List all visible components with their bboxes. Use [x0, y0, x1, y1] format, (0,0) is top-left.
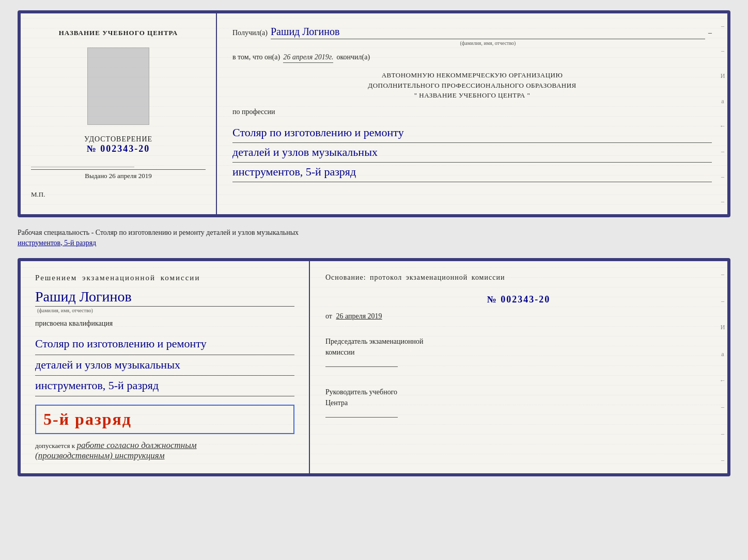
side-mark-3: И	[721, 72, 725, 80]
side-mark-5: ←	[720, 122, 726, 130]
osnov-block: Основание: протокол экзаменационной коми…	[325, 274, 712, 282]
profession-line3: инструментов, 5-й разряд	[232, 163, 712, 182]
rukovoditel-label2: Центра	[325, 399, 348, 407]
predsedatel-label1: Председатель экзаменационной	[325, 338, 423, 345]
vydano-label: Выдано	[85, 172, 107, 180]
side-mark-1: –	[721, 22, 724, 30]
center-title: НАЗВАНИЕ УЧЕБНОГО ЦЕНТРА	[59, 29, 178, 37]
po-professii: по профессии	[232, 108, 712, 116]
side-mark-8: –	[721, 198, 724, 205]
b-side-mark-2: –	[721, 297, 724, 305]
b-side-mark-7: –	[721, 430, 724, 438]
side-mark-2: –	[721, 47, 724, 55]
udostoverenie-block: УДОСТОВЕРЕНИЕ № 002343-20	[84, 135, 152, 154]
resheniem-label: Решением экзаменационной комиссии	[35, 274, 294, 282]
side-marks: – – И а ← – – –	[718, 13, 727, 214]
top-certificate: НАЗВАНИЕ УЧЕБНОГО ЦЕНТРА УДОСТОВЕРЕНИЕ №…	[18, 10, 730, 217]
recipient-name: Рашид Логинов	[271, 26, 705, 39]
predsedatel-label: Председатель экзаменационной комиссии	[325, 336, 712, 358]
b-side-mark-4: а	[721, 350, 724, 358]
recipient-line: Получил(а) Рашид Логинов (фамилия, имя, …	[232, 26, 712, 46]
ot-label: от	[325, 312, 332, 320]
dash: –	[708, 29, 712, 37]
rukovoditel-block: Руководитель учебного Центра	[325, 387, 712, 420]
bottom-side-marks: – – И а ← – – –	[718, 261, 727, 473]
org-line2: ДОПОЛНИТЕЛЬНОГО ПРОФЕССИОНАЛЬНОГО ОБРАЗО…	[232, 81, 712, 91]
bottom-cert-left: Решением экзаменационной комиссии Рашид …	[21, 261, 310, 473]
udostoverenie-label: УДОСТОВЕРЕНИЕ	[84, 135, 152, 143]
b-side-mark-3: И	[721, 324, 725, 331]
qual-line2: деталей и узлов музыкальных	[35, 355, 294, 376]
b-side-mark-6: –	[721, 403, 724, 411]
bottom-person-name: Рашид Логинов	[35, 289, 294, 307]
mp-block: М.П.	[31, 190, 45, 199]
protocol-block: № 002343-20	[325, 294, 712, 305]
poluchil-label: Получил(а)	[232, 29, 268, 37]
predsedatel-block: Председатель экзаменационной комиссии	[325, 336, 712, 369]
predsedatel-sig-line	[325, 358, 398, 367]
dopuskaetsya-label: допускается к	[35, 442, 75, 450]
side-mark-4: а	[721, 98, 724, 105]
dopuskaetsya-block: допускается к работе согласно должностны…	[35, 440, 294, 461]
org-line3: " НАЗВАНИЕ УЧЕБНОГО ЦЕНТРА "	[232, 90, 712, 101]
vtom-line: в том, что он(а) 26 апреля 2019г. окончи…	[232, 53, 712, 63]
bottom-person-block: Рашид Логинов (фамилия, имя, отчество)	[35, 289, 294, 313]
dopuskaetsya-text2: (производственным) инструкциям	[35, 451, 165, 460]
bottom-certificate: Решением экзаменационной комиссии Рашид …	[18, 258, 730, 476]
protocol-number: № 002343-20	[325, 294, 712, 305]
org-line1: АВТОНОМНУЮ НЕКОММЕРЧЕСКУЮ ОРГАНИЗАЦИЮ	[232, 70, 712, 81]
profession-text: Столяр по изготовлению и ремонту деталей…	[232, 123, 712, 183]
dopuskaetsya-text: работе согласно должностным	[76, 440, 196, 450]
prisvoena-label: присвоена квалификация	[35, 319, 294, 328]
bottom-fio-sublabel: (фамилия, имя, отчество)	[37, 308, 294, 313]
fio-sublabel: (фамилия, имя, отчество)	[271, 40, 705, 46]
top-cert-left: НАЗВАНИЕ УЧЕБНОГО ЦЕНТРА УДОСТОВЕРЕНИЕ №…	[21, 13, 217, 214]
bottom-cert-right: Основание: протокол экзаменационной коми…	[310, 261, 727, 473]
rukovoditel-label: Руководитель учебного Центра	[325, 387, 712, 408]
rukovoditel-sig-line	[325, 408, 398, 418]
predsedatel-label2: комиссии	[325, 348, 355, 356]
side-mark-6: –	[721, 148, 724, 155]
qualification-text: Столяр по изготовлению и ремонту деталей…	[35, 334, 294, 396]
b-side-mark-8: –	[721, 456, 724, 464]
ot-date: 26 апреля 2019	[336, 312, 382, 320]
vtom-label: в том, что он(а)	[232, 53, 280, 61]
grade-box: 5-й разряд	[35, 405, 294, 434]
grade-text: 5-й разряд	[43, 410, 286, 429]
qual-line3: инструментов, 5-й разряд	[35, 376, 294, 396]
vydano-line: Выдано 26 апреля 2019	[31, 169, 206, 180]
recipient-block: Рашид Логинов (фамилия, имя, отчество)	[271, 26, 705, 46]
b-side-mark-1: –	[721, 270, 724, 278]
profession-line2: деталей и узлов музыкальных	[232, 143, 712, 163]
vydano-block: Выдано 26 апреля 2019	[31, 165, 206, 180]
side-mark-7: –	[721, 173, 724, 181]
b-side-mark-5: ←	[720, 377, 726, 385]
photo-placeholder	[87, 47, 149, 125]
org-block: АВТОНОМНУЮ НЕКОММЕРЧЕСКУЮ ОРГАНИЗАЦИЮ ДО…	[232, 70, 712, 101]
qual-line1: Столяр по изготовлению и ремонту	[35, 334, 294, 355]
top-cert-right: Получил(а) Рашид Логинов (фамилия, имя, …	[217, 13, 727, 214]
profession-line1: Столяр по изготовлению и ремонту	[232, 123, 712, 143]
separator-line2: инструментов, 5-й разряд	[18, 239, 96, 247]
separator-text: Рабочая специальность - Столяр по изгото…	[18, 226, 730, 250]
okonchil-label: окончил(а)	[336, 53, 370, 61]
vydano-date: 26 апреля 2019	[109, 172, 152, 180]
rukovoditel-label1: Руководитель учебного	[325, 388, 397, 396]
vtom-date: 26 апреля 2019г.	[283, 53, 333, 63]
cert-number: № 002343-20	[84, 143, 152, 154]
ot-line: от 26 апреля 2019	[325, 312, 712, 321]
separator-line1: Рабочая специальность - Столяр по изгото…	[18, 229, 299, 236]
